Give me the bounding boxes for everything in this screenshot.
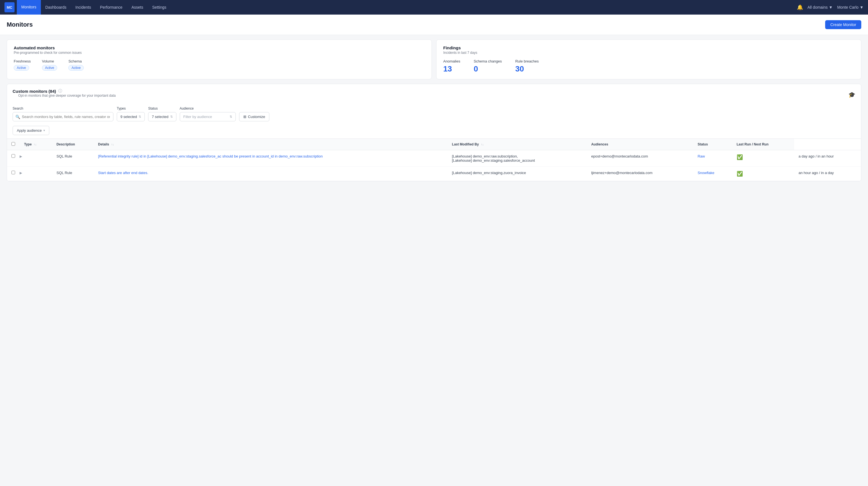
automated-monitors-title: Automated monitors: [14, 46, 425, 50]
select-all-cell[interactable]: [7, 139, 20, 150]
row2-detail-link-1[interactable]: [Lakehouse] demo_env:staging.zuora_invoi…: [452, 171, 526, 175]
row1-last-run: a day ago / in an hour: [794, 150, 861, 167]
col-type[interactable]: Type ↑↓: [20, 139, 52, 150]
notification-bell-icon[interactable]: 🔔: [797, 4, 803, 10]
monitors-table: Type ↑↓ Description Details ↑↓ Last Modi…: [7, 139, 861, 181]
types-label: Types: [117, 107, 145, 110]
row2-description-link[interactable]: Start dates are after end dates.: [98, 171, 148, 175]
customize-group: ⊞ Customize: [239, 107, 269, 121]
row2-expand-cell: ▶: [20, 167, 52, 181]
apply-audience-row: Apply audience ▾: [7, 125, 861, 139]
row1-detail-link-1[interactable]: [Lakehouse] demo_env:raw.subscription,: [452, 154, 518, 159]
info-icon[interactable]: ⓘ: [58, 89, 62, 94]
types-group: Types 9 selected ⇅: [117, 107, 145, 121]
nav-item-settings[interactable]: Settings: [148, 0, 171, 15]
row1-description-link[interactable]: [Referential integrity rule] id in [Lake…: [98, 154, 322, 159]
volume-label: Volume: [42, 59, 57, 63]
anomalies-col: Anomalies 13: [443, 59, 460, 74]
user-chevron-icon: ▼: [860, 5, 864, 9]
status-group: Status 7 selected ⇅: [148, 107, 176, 121]
row2-status: ✅: [732, 167, 794, 181]
audience-group: Audience Filter by audience ⇅: [180, 107, 236, 121]
types-value: 9 selected: [120, 115, 137, 119]
col-status-label: Status: [698, 142, 708, 146]
nav-item-monitors[interactable]: Monitors: [17, 0, 41, 15]
automated-monitors-subtitle: Pre-programmed to check for common issue…: [14, 51, 425, 55]
row1-audience-link[interactable]: Raw: [698, 154, 705, 159]
schema-changes-label: Schema changes: [474, 59, 502, 63]
audience-chevron-icon: ⇅: [229, 115, 232, 119]
section-header: Custom monitors (84) ⓘ Opt-in monitors t…: [7, 84, 861, 103]
row2-checkbox[interactable]: [11, 171, 15, 174]
filters-bar: Search 🔍 Types 9 selected ⇅ Status 7 sel…: [7, 103, 861, 125]
row1-checkbox-cell[interactable]: [7, 150, 20, 167]
rule-breaches-label: Rule breaches: [515, 59, 539, 63]
monitors-table-wrap: Type ↑↓ Description Details ↑↓ Last Modi…: [7, 139, 861, 181]
automated-monitors-card: Automated monitors Pre-programmed to che…: [7, 39, 432, 79]
table-header-row: Type ↑↓ Description Details ↑↓ Last Modi…: [7, 139, 861, 150]
row1-detail-link-2[interactable]: [Lakehouse] demo_env:staging.salesforce_…: [452, 159, 535, 163]
row2-expand-icon[interactable]: ▶: [20, 171, 22, 175]
graduation-cap-icon[interactable]: 🎓: [848, 91, 856, 98]
row2-checkbox-cell[interactable]: [7, 167, 20, 181]
row1-checkbox[interactable]: [11, 154, 15, 158]
search-icon: 🔍: [16, 115, 20, 119]
row1-expand-cell: ▶: [20, 150, 52, 167]
table-row: ▶ SQL Rule Start dates are after end dat…: [7, 167, 861, 181]
freshness-label: Freshness: [14, 59, 31, 63]
row2-audience-link[interactable]: Snowflake: [698, 171, 714, 175]
col-details-label: Details: [98, 142, 109, 146]
apply-audience-button[interactable]: Apply audience ▾: [12, 126, 49, 135]
customize-button[interactable]: ⊞ Customize: [239, 112, 269, 121]
nav-item-performance[interactable]: Performance: [95, 0, 127, 15]
customize-icon: ⊞: [243, 115, 246, 119]
col-status: Status: [693, 139, 732, 150]
col-last-run: Last Run / Next Run: [732, 139, 794, 150]
row1-details: [Lakehouse] demo_env:raw.subscription, […: [447, 150, 587, 167]
nav-logo: MC: [4, 2, 14, 12]
anomalies-value: 13: [443, 64, 460, 74]
status-select[interactable]: 7 selected ⇅: [148, 112, 176, 121]
schema-status: Active: [68, 65, 84, 70]
search-input-wrap: 🔍: [12, 112, 114, 121]
row1-type: SQL Rule: [52, 150, 94, 167]
user-menu[interactable]: Monte Carlo ▼: [837, 5, 864, 9]
schema-changes-value: 0: [474, 64, 502, 74]
apply-audience-chevron-icon: ▾: [43, 128, 45, 132]
rule-breaches-value: 30: [515, 64, 539, 74]
col-description-label: Description: [57, 142, 75, 146]
row1-status-icon: ✅: [737, 154, 743, 160]
row2-audience: Snowflake: [693, 167, 732, 181]
status-value: 7 selected: [152, 115, 168, 119]
col-details[interactable]: Details ↑↓: [94, 139, 447, 150]
section-desc: Opt-in monitors that give deeper coverag…: [12, 94, 121, 101]
nav-item-dashboards[interactable]: Dashboards: [41, 0, 71, 15]
domain-selector[interactable]: All domains ▼: [808, 5, 833, 9]
row2-last-run: an hour ago / in a day: [794, 167, 861, 181]
create-monitor-button[interactable]: Create Monitor: [825, 20, 861, 29]
anomalies-label: Anomalies: [443, 59, 460, 63]
findings-title: Findings: [443, 46, 854, 50]
col-last-modified[interactable]: Last Modified By ↑↓: [447, 139, 587, 150]
table-row: ▶ SQL Rule [Referential integrity rule] …: [7, 150, 861, 167]
schema-col: Schema Active: [68, 59, 84, 70]
row2-last-modified: ljimenez+demo@montecarlodata.com: [587, 167, 693, 181]
select-all-checkbox[interactable]: [11, 142, 15, 146]
findings-subtitle: Incidents in last 7 days: [443, 51, 854, 55]
nav-item-assets[interactable]: Assets: [127, 0, 148, 15]
search-input[interactable]: [12, 112, 114, 121]
nav-item-incidents[interactable]: Incidents: [71, 0, 95, 15]
audience-label: Audience: [180, 107, 236, 110]
audience-select[interactable]: Filter by audience ⇅: [180, 112, 236, 121]
col-audiences-label: Audiences: [591, 142, 608, 146]
type-sort-icon: ↑↓: [34, 143, 36, 146]
types-select[interactable]: 9 selected ⇅: [117, 112, 145, 121]
row1-audience: Raw: [693, 150, 732, 167]
search-group: Search 🔍: [12, 107, 114, 121]
apply-audience-label: Apply audience: [17, 128, 42, 133]
row1-expand-icon[interactable]: ▶: [20, 154, 22, 159]
status-chevron-icon: ⇅: [170, 115, 173, 119]
col-description: Description: [52, 139, 94, 150]
freshness-col: Freshness Active: [14, 59, 31, 70]
row2-status-icon: ✅: [737, 171, 743, 177]
